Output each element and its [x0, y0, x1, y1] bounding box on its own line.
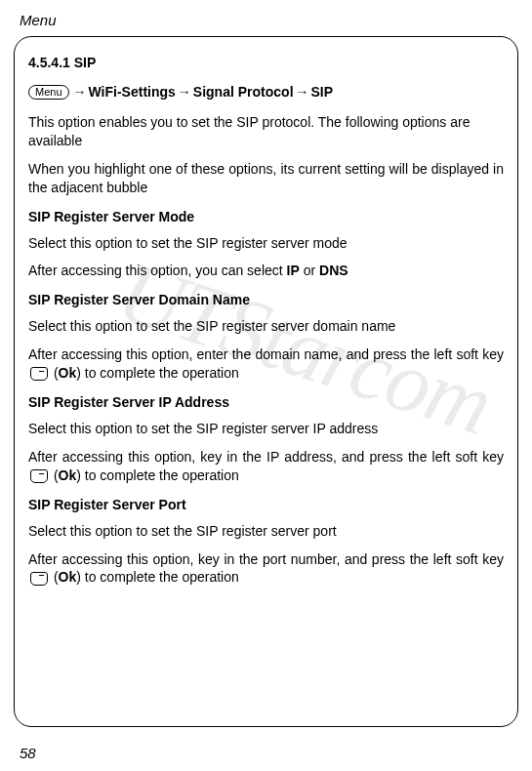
breadcrumb-item: Signal Protocol	[193, 84, 294, 100]
section-number: 4.5.4.1 SIP	[28, 55, 504, 70]
arrow-icon: →	[178, 84, 191, 100]
body-text: After accessing this option, key in the …	[28, 448, 504, 485]
body-text: After accessing this option, key in the …	[28, 550, 504, 588]
menu-button-icon: Menu	[28, 85, 69, 100]
subsection-title: SIP Register Server IP Address	[28, 394, 504, 410]
arrow-icon: →	[73, 84, 87, 100]
body-text: Select this option to set the SIP regist…	[28, 234, 504, 253]
page-header: Menu	[0, 0, 532, 36]
subsection-title: SIP Register Server Mode	[28, 209, 504, 224]
breadcrumb-item: WiFi-Settings	[89, 84, 176, 100]
body-text: After accessing this option, enter the d…	[28, 345, 504, 383]
arrow-icon: →	[296, 84, 309, 100]
body-text: Select this option to set the SIP regist…	[28, 522, 504, 541]
softkey-icon	[30, 469, 48, 483]
page-number: 58	[20, 745, 36, 761]
intro-paragraph: This option enables you to set the SIP p…	[28, 113, 504, 150]
subsection-title: SIP Register Server Port	[28, 497, 504, 512]
body-text: After accessing this option, you can sel…	[28, 262, 504, 280]
body-text: Select this option to set the SIP regist…	[28, 317, 504, 336]
breadcrumb: Menu → WiFi-Settings → Signal Protocol →…	[28, 84, 504, 100]
breadcrumb-item: SIP	[311, 84, 334, 100]
softkey-icon	[30, 572, 48, 586]
content-frame: UTStarcom 4.5.4.1 SIP Menu → WiFi-Settin…	[14, 36, 518, 727]
subsection-title: SIP Register Server Domain Name	[28, 292, 504, 307]
softkey-icon	[30, 367, 48, 381]
intro-paragraph: When you highlight one of these options,…	[28, 160, 504, 197]
body-text: Select this option to set the SIP regist…	[28, 420, 504, 438]
